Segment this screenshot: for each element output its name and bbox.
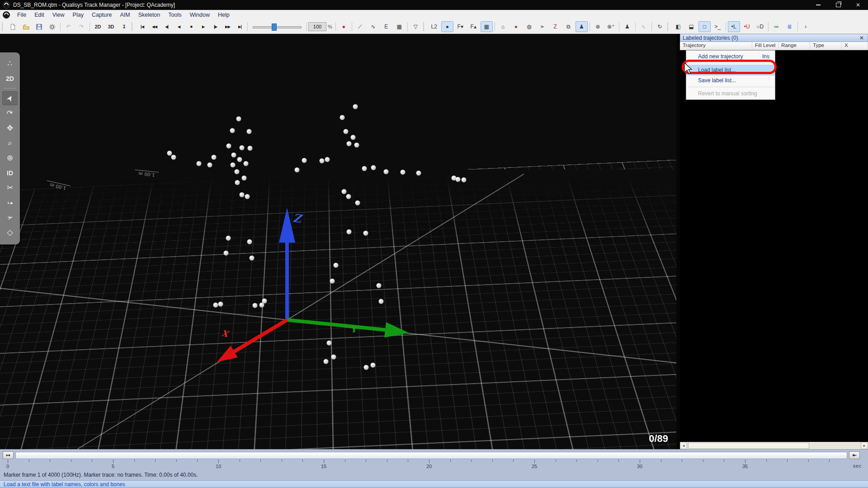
- calibrated-volume-button[interactable]: ◍: [523, 21, 535, 32]
- marker-dot[interactable]: [240, 192, 245, 197]
- trajectory-info-tool[interactable]: ∴: [2, 56, 18, 70]
- column-trajectory[interactable]: Trajectory: [680, 42, 752, 50]
- marker-dot[interactable]: [248, 146, 253, 151]
- fill-level-down-button[interactable]: F▾: [454, 21, 467, 32]
- stop-button[interactable]: ■: [185, 21, 197, 32]
- marker-dot[interactable]: [401, 170, 406, 175]
- marker-dot[interactable]: [212, 155, 217, 160]
- fast-rewind-button[interactable]: ◀◀: [149, 21, 160, 32]
- select-tool[interactable]: ➤: [2, 91, 18, 105]
- bounding-box-button[interactable]: ⧉: [562, 21, 575, 32]
- marker-dot[interactable]: [237, 157, 242, 162]
- marker-dot[interactable]: [340, 115, 345, 120]
- lasso-select-button[interactable]: ➣: [536, 21, 548, 32]
- layout-bottom-panel-button[interactable]: ⬓: [685, 21, 698, 32]
- menu-skeleton[interactable]: Skeleton: [134, 10, 165, 19]
- marker-dot[interactable]: [355, 201, 360, 206]
- panel-close-icon[interactable]: ✕: [858, 35, 865, 41]
- menu-tools[interactable]: Tools: [164, 10, 185, 19]
- 3d-viewport[interactable]: Z Y X 1.00 m 1.00 m 0/89: [0, 34, 676, 449]
- column-type[interactable]: Type: [810, 42, 842, 50]
- marker-dot[interactable]: [327, 341, 332, 346]
- trajectory-editor-button[interactable]: ∿: [367, 21, 379, 32]
- center-view-tool[interactable]: ⊕: [2, 151, 18, 165]
- layout-single-view-button[interactable]: □: [698, 21, 711, 32]
- marker-dot[interactable]: [324, 359, 329, 364]
- playback-speed-input[interactable]: [308, 22, 326, 31]
- slider-thumb[interactable]: [272, 23, 277, 31]
- scroll-right-button[interactable]: ▸: [861, 442, 868, 449]
- marker-dot[interactable]: [231, 153, 236, 158]
- close-button[interactable]: ✕: [848, 0, 868, 10]
- view-2d-button[interactable]: 2D: [92, 21, 104, 32]
- label-list-button[interactable]: ≔: [770, 21, 783, 32]
- identify-trajectory-tool[interactable]: ID: [2, 166, 18, 180]
- translate-view-tool[interactable]: ✥: [2, 121, 18, 135]
- marker-dot[interactable]: [347, 230, 352, 235]
- marker-dot[interactable]: [253, 303, 258, 308]
- fast-forward-button[interactable]: ▶▶: [222, 21, 233, 32]
- marker-dot[interactable]: [456, 177, 461, 182]
- marker-dot[interactable]: [416, 171, 421, 176]
- marker-dot[interactable]: [325, 157, 330, 162]
- marker-dot[interactable]: [342, 189, 347, 194]
- view-3d-button[interactable]: 3D: [105, 21, 117, 32]
- terminal-button[interactable]: >_: [712, 21, 724, 32]
- panel-title-bar[interactable]: Labeled trajectories (0) ✕: [680, 34, 868, 42]
- open-file-button[interactable]: [20, 21, 32, 32]
- discarded-trajectories-button[interactable]: ○D: [754, 21, 766, 32]
- step-forward-button[interactable]: |▶: [210, 21, 221, 32]
- cut-trajectory-tool[interactable]: ✂: [2, 181, 18, 195]
- grid-display-button[interactable]: ▦: [481, 21, 493, 32]
- layout-left-panel-button[interactable]: ◧: [672, 21, 684, 32]
- marker-dot[interactable]: [235, 169, 240, 174]
- redo-button[interactable]: ↷: [75, 21, 88, 32]
- menu-capture[interactable]: Capture: [88, 10, 116, 19]
- menu-item-save-label-list[interactable]: Save label list...: [686, 75, 775, 85]
- marker-dot[interactable]: [344, 129, 349, 134]
- add-marker-tool[interactable]: +●: [2, 196, 18, 210]
- measure-tool-button[interactable]: ⟋: [354, 21, 366, 32]
- filter-trajectories-button[interactable]: ▽: [410, 21, 422, 32]
- marker-dot[interactable]: [346, 194, 351, 199]
- marker-dot[interactable]: [363, 231, 368, 236]
- playback-speed-slider[interactable]: [252, 22, 302, 31]
- pin-view-button[interactable]: ↧: [118, 21, 130, 32]
- menu-help[interactable]: Help: [214, 10, 234, 19]
- undo-button[interactable]: ↶: [62, 21, 75, 32]
- add-coordinate-system-button[interactable]: ⊕⁺: [605, 21, 617, 32]
- marker-dot[interactable]: [364, 365, 369, 370]
- play-button[interactable]: ▶: [198, 21, 209, 32]
- marker-dot[interactable]: [242, 176, 247, 181]
- fill-level-up-button[interactable]: F▴: [467, 21, 480, 32]
- marker-dot[interactable]: [384, 169, 389, 174]
- column-fill-level[interactable]: Fill Level: [752, 42, 778, 50]
- marker-dot[interactable]: [244, 161, 249, 166]
- menu-view[interactable]: View: [48, 10, 69, 19]
- menu-item-load-label-list[interactable]: Load label list...: [686, 65, 775, 75]
- marker-dot[interactable]: [334, 263, 339, 268]
- covered-volume-button[interactable]: ●: [510, 21, 522, 32]
- go-to-first-frame-button[interactable]: |◀: [137, 21, 148, 32]
- marker-dot[interactable]: [362, 166, 367, 171]
- marker-dot[interactable]: [235, 180, 240, 185]
- timeline-end-button[interactable]: ⇤: [849, 451, 860, 459]
- marker-dot[interactable]: [330, 279, 335, 284]
- new-file-button[interactable]: [7, 21, 19, 32]
- menu-play[interactable]: Play: [69, 10, 88, 19]
- reprocess-button[interactable]: ↻: [654, 21, 666, 32]
- panel-horizontal-scrollbar[interactable]: ◂ ▸: [680, 442, 868, 449]
- marker-dot[interactable]: [226, 144, 231, 149]
- go-to-last-frame-button[interactable]: ▶|: [234, 21, 245, 32]
- marker-dot[interactable]: [250, 256, 255, 261]
- marker-dot[interactable]: [371, 165, 376, 170]
- menu-window[interactable]: Window: [185, 10, 213, 19]
- marker-dot[interactable]: [226, 236, 231, 241]
- timeline-track[interactable]: [15, 452, 847, 459]
- data-info-window-button[interactable]: ▦: [393, 21, 406, 32]
- rotate-view-tool[interactable]: ↷: [2, 106, 18, 120]
- marker-dot[interactable]: [353, 104, 358, 109]
- marker-dot[interactable]: [231, 163, 236, 168]
- marker-dot[interactable]: [240, 145, 245, 150]
- marker-dot[interactable]: [462, 178, 467, 183]
